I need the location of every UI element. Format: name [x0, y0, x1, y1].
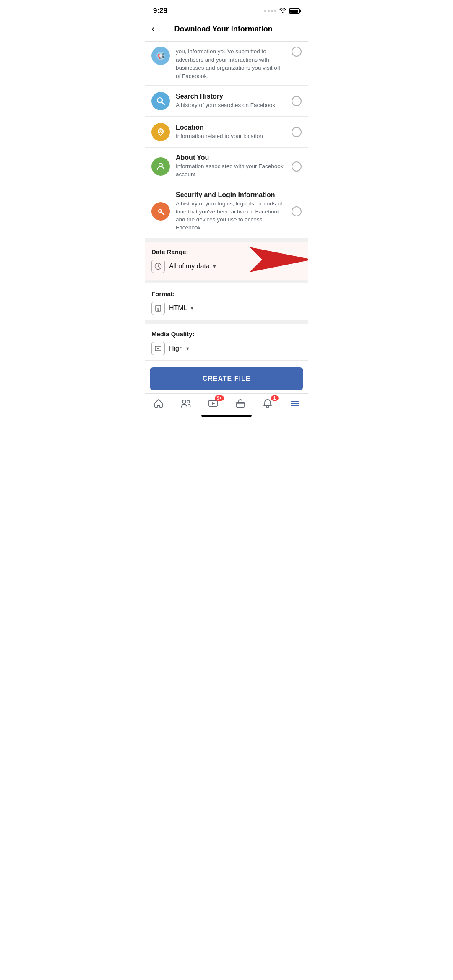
about-you-checkbox[interactable]	[292, 161, 302, 172]
location-text: Location Information related to your loc…	[176, 124, 286, 140]
svg-point-2	[157, 98, 162, 103]
svg-point-8	[160, 211, 161, 212]
section-separator-3	[145, 320, 308, 324]
format-label: Format:	[151, 290, 302, 297]
home-icon	[153, 398, 164, 409]
page-header: ‹ Download Your Information	[145, 18, 308, 42]
home-indicator	[145, 411, 308, 419]
location-desc: Information related to your location	[176, 133, 286, 140]
date-range-clock-icon	[151, 260, 165, 273]
svg-line-3	[162, 102, 164, 105]
nav-notifications[interactable]: 1	[258, 398, 277, 409]
date-range-section: Date Range: All of my data ▼	[145, 242, 308, 280]
media-quality-label: Media Quality:	[151, 330, 302, 338]
location-icon	[151, 123, 170, 141]
media-quality-value-row[interactable]: High ▼	[151, 342, 302, 355]
security-login-icon	[151, 202, 170, 221]
location-checkbox[interactable]	[292, 127, 302, 137]
list-item-security-login: Security and Login Information A history…	[145, 185, 308, 238]
date-range-label: Date Range:	[151, 248, 302, 255]
battery-icon	[289, 8, 300, 14]
media-quality-section: Media Quality: High ▼	[145, 324, 308, 361]
svg-point-6	[159, 163, 162, 166]
security-login-text: Security and Login Information A history…	[176, 191, 286, 232]
search-history-checkbox[interactable]	[292, 96, 302, 106]
nav-watch[interactable]: 9+	[204, 398, 222, 409]
marketplace-icon	[235, 398, 246, 409]
media-quality-value[interactable]: High ▼	[169, 345, 190, 352]
page-title: Download Your Information	[158, 25, 289, 34]
partial-item-description: you, information you've submitted to adv…	[176, 47, 286, 80]
security-login-desc: A history of your logins, logouts, perio…	[176, 200, 286, 232]
back-button[interactable]: ‹	[151, 22, 158, 36]
date-range-dropdown-arrow: ▼	[212, 264, 217, 269]
friends-icon	[180, 398, 191, 409]
date-range-value[interactable]: All of my data ▼	[169, 263, 217, 270]
bottom-navigation: 9+ 1	[145, 393, 308, 411]
date-range-value-row[interactable]: All of my data ▼	[151, 260, 302, 273]
about-you-title: About You	[176, 154, 286, 161]
format-icon	[151, 302, 165, 315]
svg-point-5	[160, 131, 161, 132]
partial-item-icon: 📢	[151, 47, 170, 65]
format-section: Format: HTML ▼	[145, 283, 308, 320]
nav-friends[interactable]	[177, 398, 195, 409]
home-bar	[201, 415, 252, 417]
svg-text:📢: 📢	[157, 52, 165, 60]
about-you-desc: Information associated with your Faceboo…	[176, 163, 286, 179]
svg-point-20	[187, 400, 190, 403]
signal-icon	[264, 10, 276, 12]
format-dropdown-arrow: ▼	[190, 306, 195, 311]
svg-marker-18	[157, 348, 159, 349]
svg-marker-22	[212, 402, 215, 405]
list-item-search-history: Search History A history of your searche…	[145, 86, 308, 117]
nav-marketplace[interactable]	[231, 398, 250, 409]
watch-badge: 9+	[215, 395, 224, 401]
menu-icon	[289, 398, 300, 409]
status-bar: 9:29	[145, 0, 308, 18]
list-item-about-you: About You Information associated with yo…	[145, 148, 308, 185]
search-history-text: Search History A history of your searche…	[176, 93, 286, 109]
wifi-icon	[279, 7, 286, 15]
nav-menu[interactable]	[286, 398, 304, 409]
search-history-icon	[151, 92, 170, 110]
svg-line-9	[162, 213, 164, 215]
section-separator-2	[145, 280, 308, 283]
media-quality-dropdown-arrow: ▼	[185, 346, 190, 351]
svg-line-12	[158, 266, 159, 267]
about-you-icon	[151, 157, 170, 176]
partial-list-item: 📢 you, information you've submitted to a…	[145, 42, 308, 86]
svg-rect-23	[237, 402, 244, 407]
section-separator-1	[145, 238, 308, 242]
security-login-checkbox[interactable]	[292, 206, 302, 216]
partial-item-checkbox[interactable]	[292, 47, 302, 57]
list-item-location: Location Information related to your loc…	[145, 117, 308, 148]
format-value-row[interactable]: HTML ▼	[151, 302, 302, 315]
create-file-button[interactable]: CREATE FILE	[150, 367, 303, 390]
format-value[interactable]: HTML ▼	[169, 304, 194, 312]
status-time: 9:29	[153, 7, 167, 15]
media-quality-icon	[151, 342, 165, 355]
search-history-title: Search History	[176, 93, 286, 100]
status-icons	[264, 7, 300, 15]
nav-home[interactable]	[149, 398, 168, 409]
search-history-desc: A history of your searches on Facebook	[176, 101, 286, 109]
about-you-text: About You Information associated with yo…	[176, 154, 286, 179]
notifications-badge: 1	[271, 395, 279, 401]
svg-point-19	[182, 400, 186, 403]
security-login-title: Security and Login Information	[176, 191, 286, 199]
location-title: Location	[176, 124, 286, 131]
